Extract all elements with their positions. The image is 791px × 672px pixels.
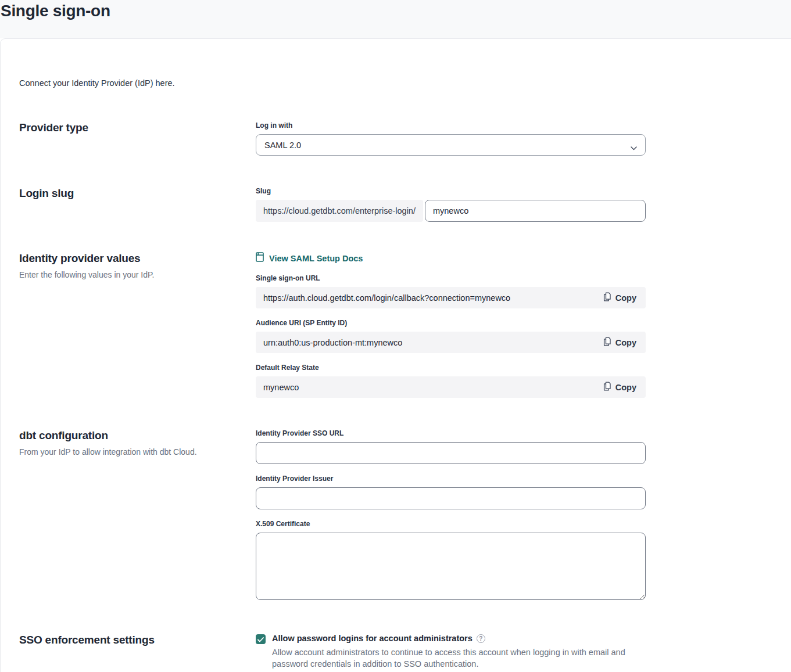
section-sso-enforcement: SSO enforcement settings Allow password … xyxy=(19,634,791,670)
section-identity-provider-values: Identity provider values Enter the follo… xyxy=(19,252,791,398)
sso-url-label: Single sign-on URL xyxy=(256,274,646,283)
copy-button-label: Copy xyxy=(615,293,636,303)
audience-uri-value: urn:auth0:us-production-mt:mynewco xyxy=(263,338,402,347)
audience-uri-value-field: urn:auth0:us-production-mt:mynewco Copy xyxy=(256,332,646,353)
allow-password-logins-label: Allow password logins for account admini… xyxy=(272,634,473,643)
sso-enforcement-heading: SSO enforcement settings xyxy=(19,634,256,646)
login-with-selected-value: SAML 2.0 xyxy=(264,141,301,150)
section-login-slug: Login slug Slug https://cloud.getdbt.com… xyxy=(19,187,791,222)
page-header: Single sign-on xyxy=(0,0,791,38)
saml-docs-link-label: View SAML Setup Docs xyxy=(269,254,363,263)
slug-url-prefix: https://cloud.getdbt.com/enterprise-logi… xyxy=(256,200,423,222)
copy-icon xyxy=(603,337,611,348)
copy-icon xyxy=(603,382,611,393)
copy-button-label: Copy xyxy=(615,383,636,392)
idp-values-subtext: Enter the following values in your IdP. xyxy=(19,270,256,279)
x509-certificate-textarea[interactable] xyxy=(256,533,646,600)
intro-text: Connect your Identity Provider (IdP) her… xyxy=(19,39,791,88)
allow-password-logins-checkbox[interactable] xyxy=(256,634,266,644)
sso-url-value: https://auth.cloud.getdbt.com/login/call… xyxy=(263,293,510,303)
chevron-down-icon xyxy=(631,143,637,152)
copy-button-label: Copy xyxy=(615,338,636,347)
section-provider-type: Provider type Log in with SAML 2.0 xyxy=(19,121,791,156)
copy-audience-uri-button[interactable]: Copy xyxy=(602,337,638,348)
provider-type-heading: Provider type xyxy=(19,121,256,134)
relay-state-value: mynewco xyxy=(263,383,299,392)
relay-state-value-field: mynewco Copy xyxy=(256,376,646,398)
idp-issuer-label: Identity Provider Issuer xyxy=(256,475,646,483)
sso-url-value-field: https://auth.cloud.getdbt.com/login/call… xyxy=(256,287,646,308)
copy-relay-state-button[interactable]: Copy xyxy=(602,382,638,393)
settings-card: Connect your Identity Provider (IdP) her… xyxy=(0,38,791,672)
idp-issuer-input[interactable] xyxy=(256,487,646,509)
dbt-config-heading: dbt configuration xyxy=(19,429,256,442)
dbt-config-subtext: From your IdP to allow integration with … xyxy=(19,447,256,457)
copy-sso-url-button[interactable]: Copy xyxy=(602,292,638,303)
idp-sso-url-input[interactable] xyxy=(256,442,646,464)
login-with-label: Log in with xyxy=(256,121,646,130)
section-dbt-configuration: dbt configuration From your IdP to allow… xyxy=(19,429,791,602)
page-title: Single sign-on xyxy=(0,0,791,20)
x509-certificate-label: X.509 Certificate xyxy=(256,520,646,529)
slug-label: Slug xyxy=(256,187,646,196)
slug-input[interactable] xyxy=(425,200,646,222)
idp-values-heading: Identity provider values xyxy=(19,252,256,265)
saml-docs-link[interactable]: View SAML Setup Docs xyxy=(256,252,363,264)
relay-state-label: Default Relay State xyxy=(256,364,646,372)
allow-password-logins-description: Allow account administrators to continue… xyxy=(272,646,631,670)
audience-uri-label: Audience URI (SP Entity ID) xyxy=(256,319,646,328)
copy-icon xyxy=(603,292,611,303)
checkmark-icon xyxy=(257,634,264,645)
document-icon xyxy=(256,252,264,264)
idp-sso-url-label: Identity Provider SSO URL xyxy=(256,429,646,438)
login-with-select[interactable]: SAML 2.0 xyxy=(256,134,646,156)
help-icon[interactable]: ? xyxy=(477,634,485,643)
login-slug-heading: Login slug xyxy=(19,187,256,200)
